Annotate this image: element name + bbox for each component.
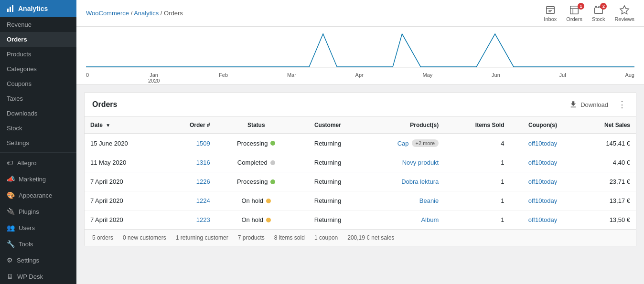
sidebar-item-categories[interactable]: Categories xyxy=(0,62,76,76)
cell-products: Dobra lektura xyxy=(359,172,444,191)
table-footer: 5 orders 0 new customers 1 returning cus… xyxy=(85,229,636,246)
footer-net-sales: 200,19 € net sales xyxy=(347,234,394,241)
sidebar-item-coupons[interactable]: Coupons xyxy=(0,76,76,91)
sidebar-item-orders[interactable]: Orders xyxy=(0,32,76,47)
chart-label-jan: Jan 2020 xyxy=(148,72,160,84)
sidebar-item-downloads[interactable]: Downloads xyxy=(0,106,76,121)
status-label: On hold xyxy=(241,197,263,204)
sidebar-item-revenue[interactable]: Revenue xyxy=(0,17,76,32)
cell-products: Beanie xyxy=(359,191,444,210)
orders-badge: 1 xyxy=(578,3,584,10)
cell-date: 15 June 2020 xyxy=(85,134,164,153)
footer-items: 8 items sold xyxy=(274,234,305,241)
breadcrumb-analytics[interactable]: Analytics xyxy=(134,10,159,17)
sidebar-logo[interactable]: Analytics xyxy=(0,0,76,17)
sidebar-item-products[interactable]: Products xyxy=(0,47,76,62)
sidebar-item-wpdesk[interactable]: 🖥 WP Desk xyxy=(0,268,76,284)
more-options-button[interactable]: ⋮ xyxy=(616,98,628,111)
sidebar-item-label: Stock xyxy=(7,125,22,132)
product-link[interactable]: Dobra lektura xyxy=(401,178,439,185)
order-link[interactable]: 1224 xyxy=(196,197,210,204)
sidebar-item-tools[interactable]: 🔧 Tools xyxy=(0,236,76,252)
sidebar-item-settings-main[interactable]: ⚙ Settings xyxy=(0,252,76,268)
sidebar-item-users[interactable]: 👥 Users xyxy=(0,220,76,236)
palette-icon: 🎨 xyxy=(7,191,15,199)
sidebar-item-stock[interactable]: Stock xyxy=(0,121,76,136)
breadcrumb-separator2: / xyxy=(161,10,164,17)
download-button[interactable]: Download xyxy=(565,98,612,111)
coupon-link[interactable]: off10today xyxy=(528,216,557,223)
cell-items-sold: 1 xyxy=(444,210,510,230)
more-products-badge: +2 more xyxy=(412,139,439,147)
orders-chart xyxy=(86,32,634,70)
gear-icon: ⚙ xyxy=(7,256,13,264)
col-order-num: Order # xyxy=(164,117,216,134)
orders-actions: Download ⋮ xyxy=(565,98,628,111)
sidebar: Analytics Revenue Orders Products Catego… xyxy=(0,0,76,284)
col-net-sales: Net Sales xyxy=(575,117,636,134)
col-coupons: Coupon(s) xyxy=(510,117,576,134)
status-dot xyxy=(266,218,271,222)
stock-badge: 2 xyxy=(600,3,607,10)
content-area: 0 Jan 2020 Feb Mar Apr xyxy=(76,27,644,284)
sidebar-item-taxes[interactable]: Taxes xyxy=(0,91,76,106)
cell-net-sales: 13,50 € xyxy=(575,210,636,230)
table-row: 15 June 2020 1509 Processing Returning xyxy=(85,134,636,153)
cell-status: On hold xyxy=(216,210,297,230)
cell-products: Novy produkt xyxy=(359,153,444,172)
cell-date: 7 April 2020 xyxy=(85,172,164,191)
people-icon: 👥 xyxy=(7,224,15,231)
product-link[interactable]: Beanie xyxy=(419,197,439,204)
svg-rect-3 xyxy=(570,6,579,14)
sidebar-item-appearance[interactable]: 🎨 Appearance xyxy=(0,187,76,203)
cell-items-sold: 1 xyxy=(444,191,510,210)
sidebar-item-label: Marketing xyxy=(19,176,46,183)
coupon-link[interactable]: off10today xyxy=(528,159,557,166)
breadcrumb-orders: Orders xyxy=(164,10,183,17)
sidebar-item-label: Users xyxy=(19,224,35,231)
chart-labels: 0 Jan 2020 Feb Mar Apr xyxy=(86,72,634,84)
chart-label-jun: Jun xyxy=(492,72,500,84)
coupon-link[interactable]: off10today xyxy=(528,178,557,185)
order-link[interactable]: 1509 xyxy=(196,140,210,147)
sidebar-item-label: Products xyxy=(7,51,31,58)
product-link[interactable]: Cap xyxy=(397,140,409,147)
breadcrumb-woocommerce[interactable]: WooCommerce xyxy=(86,10,129,17)
sidebar-item-label: Taxes xyxy=(7,95,23,102)
sidebar-item-label: WP Desk xyxy=(17,273,43,280)
chart-container: 0 Jan 2020 Feb Mar Apr xyxy=(76,27,644,84)
order-link[interactable]: 1223 xyxy=(196,216,210,223)
cell-status: Processing xyxy=(216,172,297,191)
table-row: 7 April 2020 1226 Processing Returning xyxy=(85,172,636,191)
sidebar-item-settings[interactable]: Settings xyxy=(0,136,76,150)
product-link[interactable]: Novy produkt xyxy=(402,159,439,166)
topbar-inbox[interactable]: Inbox xyxy=(544,5,557,22)
col-date[interactable]: Date ▼ xyxy=(85,117,164,134)
topbar-reviews-label: Reviews xyxy=(614,16,634,22)
order-link[interactable]: 1226 xyxy=(196,178,210,185)
sidebar-item-marketing[interactable]: 📣 Marketing xyxy=(0,171,76,187)
topbar: WooCommerce / Analytics / Orders Inbox 1 xyxy=(76,0,644,27)
topbar-inbox-label: Inbox xyxy=(544,16,557,22)
table-header-row: Date ▼ Order # Status Customer Product(s… xyxy=(85,117,636,134)
sidebar-item-allegro[interactable]: 🏷 Allegro xyxy=(0,155,76,171)
cell-coupon: off10today xyxy=(510,134,576,153)
chart-area: 0 Jan 2020 Feb Mar Apr xyxy=(86,32,634,79)
sidebar-main-nav: 🏷 Allegro 📣 Marketing 🎨 Appearance 🔌 Plu… xyxy=(0,152,76,284)
topbar-stock[interactable]: 2 Stock xyxy=(592,5,605,22)
cell-customer: Returning xyxy=(297,172,359,191)
coupon-link[interactable]: off10today xyxy=(528,197,557,204)
order-link[interactable]: 1316 xyxy=(196,159,210,166)
reviews-icon xyxy=(619,5,630,15)
product-link[interactable]: Album xyxy=(421,216,439,223)
table-row: 7 April 2020 1224 On hold Returning xyxy=(85,191,636,210)
orders-title: Orders xyxy=(92,100,117,109)
status-dot xyxy=(270,160,275,165)
topbar-orders[interactable]: 1 Orders xyxy=(566,5,582,22)
topbar-reviews[interactable]: Reviews xyxy=(614,5,634,22)
chart-label-apr: Apr xyxy=(355,72,364,84)
status-label: Completed xyxy=(237,159,268,166)
sidebar-item-plugins[interactable]: 🔌 Plugins xyxy=(0,203,76,220)
cell-order-num: 1509 xyxy=(164,134,216,153)
coupon-link[interactable]: off10today xyxy=(528,140,557,147)
